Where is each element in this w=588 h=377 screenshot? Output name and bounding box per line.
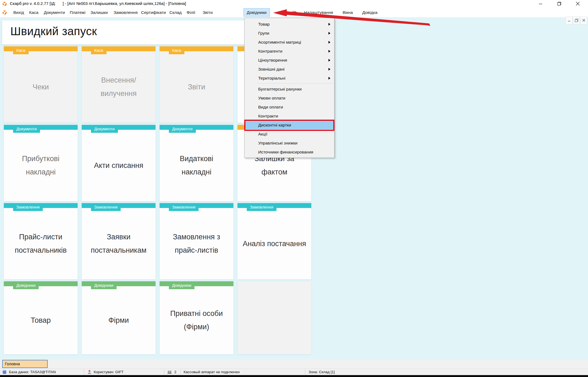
dropdown-item-aktsii[interactable]: Акції [245,129,334,138]
menu-item-zalyshky[interactable]: Залишки [89,7,109,17]
dropdown-item-terytorialni[interactable]: Територіальні [245,74,334,83]
cash-register-icon [167,370,172,374]
tile-tovar[interactable]: Довідники Товар [4,281,78,354]
menu-item-zamovlennya[interactable]: Замовлення [112,7,139,17]
statusbar-zone: Зона: Склад [1] [309,370,335,374]
menu-bar: Вихід Каса Документи Платежі Залишки Зам… [0,7,588,18]
tab-strip: Головна [0,359,588,369]
dropdown-item-tovar[interactable]: Товар [245,20,334,29]
database-icon [2,370,7,374]
window-close-button[interactable] [571,0,584,7]
window-restore-button[interactable] [553,0,565,7]
dropdown-item-bukhhalterski-rakhunky[interactable]: Бухгалтерські рахунки [245,85,334,94]
submenu-arrow-icon [328,32,330,35]
tile-label: Чеки [33,80,49,94]
window-minimize-button[interactable] [534,0,547,7]
tile-firmy[interactable]: Довідники Фірми [82,281,156,354]
dropdown-item-dyskontni-kartky[interactable]: Дисконтні картки [245,120,334,129]
menu-logo-icon [2,10,7,15]
submenu-arrow-icon [328,50,330,53]
status-bar: База даних: TASA3@TITAN Користувач: GIFT… [0,369,588,375]
dropdown-item-upravlinski-znyzhky[interactable]: Управлінські знижки [245,138,334,147]
tile-cheky[interactable]: Каса Чеки [4,46,78,123]
tile-label: Видаткові накладні [168,152,226,179]
bottom-black-strip [0,375,588,377]
dropdown-item-vydy-oplaty[interactable]: Види оплати [245,102,334,111]
menu-item-vikna[interactable]: Вікна [342,7,354,17]
dropdown-item-istochniki-finansirovaniya[interactable]: Источники финансирования [245,147,334,156]
mdi-minimize-icon [567,19,571,22]
statusbar-separator [180,369,181,375]
tile-empty-placeholder [237,281,311,354]
dropdown-item-umovy-oplaty[interactable]: Умови оплати [245,94,334,102]
tile-zvity[interactable]: Каса Звіти [160,46,233,123]
submenu-arrow-icon [328,41,330,44]
close-icon [576,2,580,6]
tile-label: Прибуткові накладні [12,152,70,179]
dropdown-item-asortymentni-matrytsi[interactable]: Асортиментні матриці [245,38,334,47]
statusbar-separator [84,369,84,375]
dropdown-item-hrupy[interactable]: Групи [245,29,334,38]
tile-label: Акти списання [94,159,143,172]
mdi-close-button[interactable] [580,16,587,24]
tab-holovna[interactable]: Головна [2,360,48,368]
tile-vydatkovi-nakladni[interactable]: Документи Видаткові накладні [160,125,233,201]
minimize-icon [539,2,543,6]
tile-label: Прайс-листи постачальників [6,230,75,257]
menu-separator [258,83,334,84]
tile-pryvatni-osoby[interactable]: Довідники Приватні особи (Фірми) [160,281,233,354]
menu-item-platezhi[interactable]: Платежі [69,7,87,17]
tile-label: Приватні особи (Фірми) [162,307,231,333]
menu-item-dovidnyky[interactable]: Довідники [243,8,270,17]
tile-label: Товар [31,314,51,327]
tile-label: Замовлення з прайс-листів [162,230,231,257]
tile-vnesennya-vyluchennya[interactable]: Каса Внесення/вилучення [82,46,156,123]
mdi-minimize-button[interactable] [566,16,572,24]
tile-prais-lysty-postachalnykiv[interactable]: Замовлення Прайс-листи постачальників [4,203,78,279]
dropdown-item-zovnishni-dani[interactable]: Зовнішні дані [245,65,334,74]
user-icon [87,370,92,374]
tile-zamovlennya-z-prais-lystiv[interactable]: Замовлення Замовлення з прайс-листів [160,203,233,279]
mdi-restore-button[interactable] [573,16,580,24]
menu-item-zvity[interactable]: Звіти [202,7,214,17]
statusbar-counter: 2 [174,370,176,374]
statusbar-cash-device: Кассовый аппарат не подключен [184,370,240,374]
menu-item-filii[interactable]: Філії [185,7,196,17]
statusbar-user: Користувач: GIFT [94,370,124,374]
statusbar-separator [305,369,305,375]
title-bar: Скарб pro v. 4.0.2.77 [ІД: ] - [Апт №003… [0,0,588,7]
statusbar-database: База даних: TASA3@TITAN [9,370,56,374]
window-title: Скарб pro v. 4.0.2.77 [ІД: ] - [Апт №003… [10,1,186,6]
submenu-arrow-icon [328,68,330,71]
submenu-arrow-icon [328,77,330,80]
tile-analiz-postachannya[interactable]: Замовлення Аналіз постачання [237,203,311,279]
menu-item-sklad[interactable]: Склад [168,7,183,17]
tile-label: Звіти [188,80,205,94]
menu-item-ehealth[interactable]: eHealth [281,7,298,17]
tile-prybutkovi-nakladni[interactable]: Документи Прибуткові накладні [4,125,78,201]
menu-item-sertyfikaty[interactable]: Сертифікати [140,7,167,17]
submenu-arrow-icon [328,59,330,62]
tile-label: Фірми [108,314,129,327]
menu-item-kasa[interactable]: Каса [28,7,39,17]
tile-label: Заявки постачальникам [84,230,153,257]
dropdown-item-tsinoutvorennya[interactable]: Ціноутворення [245,56,334,65]
statusbar-separator [164,369,164,375]
application-window: Скарб pro v. 4.0.2.77 [ІД: ] - [Апт №003… [0,0,588,377]
restore-icon [557,2,561,6]
menu-item-dokumenty[interactable]: Документи [43,7,66,17]
page-title: Швидкий запуск [10,25,97,38]
mdi-close-icon [582,19,586,22]
dropdown-item-kontrakty[interactable]: Контракти [245,111,334,120]
tile-akty-spysannya[interactable]: Документи Акти списання [82,125,156,201]
mdi-restore-icon [575,19,578,22]
tile-zayavky-postachalnykam[interactable]: Замовлення Заявки постачальникам [82,203,156,279]
dovidnyky-dropdown-menu: Товар Групи Асортиментні матриці Контраг… [244,18,334,158]
menu-item-dovidka[interactable]: Довідка [361,7,379,17]
menu-item-nalashtuvannya[interactable]: Налаштування [303,7,334,17]
tile-label: Внесення/вилучення [90,74,148,100]
submenu-arrow-icon [328,23,330,26]
menu-item-vykhid[interactable]: Вихід [12,7,25,17]
dropdown-item-kontrahenty[interactable]: Контрагенти [245,47,334,56]
app-logo-icon [2,1,7,6]
